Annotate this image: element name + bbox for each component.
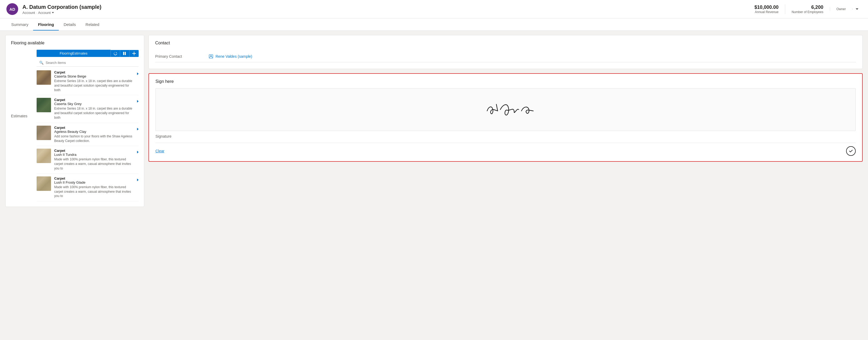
flooring-panel: Flooring available Estimates FlooringEst…: [5, 35, 144, 207]
contact-record-icon: [209, 54, 213, 59]
contact-row: Primary Contact Rene Valdes (sample): [155, 51, 856, 62]
list-item[interactable]: Carpet Caserta Stone Beige Extreme Serie…: [37, 67, 138, 95]
flooring-item-chevron: [137, 70, 138, 75]
column-chooser-button[interactable]: [120, 50, 129, 57]
tab-details[interactable]: Details: [59, 19, 81, 30]
breadcrumb-account1[interactable]: Account: [23, 11, 35, 15]
sign-here-title: Sign here: [155, 79, 856, 84]
owner-metric: Owner: [830, 7, 852, 11]
header-left: AD A. Datum Corporation (sample) Account…: [6, 3, 101, 15]
flooring-type: Carpet: [54, 176, 134, 180]
tab-summary[interactable]: Summary: [6, 19, 33, 30]
entity-title: A. Datum Corporation (sample): [23, 4, 101, 10]
add-icon: [132, 52, 136, 55]
flooring-estimates-button[interactable]: FlooringEstimates: [37, 50, 111, 57]
flooring-thumbnail: [37, 149, 51, 163]
signature-label: Signature: [155, 134, 856, 138]
header-right: $10,000.00 Annual Revenue 6,200 Number o…: [748, 4, 862, 14]
main-content: Flooring available Estimates FlooringEst…: [0, 31, 868, 336]
annual-revenue-metric: $10,000.00 Annual Revenue: [748, 4, 785, 14]
signature-footer: Clear: [155, 143, 856, 156]
flooring-item-chevron: [137, 176, 138, 181]
flooring-desc: Made with 100% premium nylon fiber, this…: [54, 185, 134, 198]
flooring-thumbnail: [37, 98, 51, 112]
refresh-button[interactable]: [111, 50, 120, 57]
flooring-panel-title: Flooring available: [11, 40, 138, 46]
svg-rect-0: [123, 52, 124, 55]
primary-contact-label: Primary Contact: [155, 54, 198, 59]
estimates-label: Estimates: [11, 114, 27, 118]
breadcrumb-account2-dropdown[interactable]: Account: [38, 11, 54, 15]
list-item[interactable]: Carpet Caserta Sky Grey Extreme Series 1…: [37, 95, 138, 123]
contact-panel: Contact Primary Contact Rene Valdes (sam…: [149, 35, 863, 69]
signature-area[interactable]: [155, 88, 856, 131]
flooring-desc: Extreme Series 18 in. x 18 in. carpet ti…: [54, 79, 134, 92]
search-icon: 🔍: [39, 61, 43, 65]
flooring-item-info: Carpet Lush II Frosty Glade Made with 10…: [54, 176, 134, 198]
tab-related[interactable]: Related: [81, 19, 104, 30]
search-bar: 🔍: [37, 59, 138, 66]
breadcrumb: Account · Account: [23, 11, 101, 15]
flooring-type: Carpet: [54, 70, 134, 74]
tab-flooring[interactable]: Flooring: [33, 19, 59, 30]
header: AD A. Datum Corporation (sample) Account…: [0, 0, 868, 19]
primary-contact-value[interactable]: Rene Valdes (sample): [209, 54, 252, 59]
chevron-right-icon: [137, 151, 138, 153]
employees-label: Number of Employees: [792, 10, 824, 14]
flooring-inner: Estimates FlooringEstimates: [11, 50, 138, 201]
chevron-right-icon: [137, 178, 138, 181]
tab-bar: Summary Flooring Details Related: [0, 19, 868, 31]
flooring-thumbnail: [37, 176, 51, 191]
estimates-side: Estimates: [11, 50, 32, 121]
flooring-desc: Extreme Series 18 in. x 18 in. carpet ti…: [54, 106, 134, 120]
flooring-item-chevron: [137, 98, 138, 103]
flooring-type: Carpet: [54, 149, 134, 152]
flooring-item-chevron: [137, 149, 138, 153]
flooring-name: Caserta Stone Beige: [54, 74, 134, 78]
flooring-name: Ageless Beauty Clay: [54, 130, 134, 134]
refresh-icon: [114, 52, 117, 55]
columns-icon: [123, 52, 127, 55]
search-input[interactable]: [46, 61, 136, 65]
avatar: AD: [6, 3, 18, 15]
chevron-right-icon: [137, 128, 138, 131]
flooring-name: Lush II Tundra: [54, 152, 134, 157]
flooring-desc: Made with 100% premium nylon fiber, this…: [54, 157, 134, 171]
breadcrumb-separator: ·: [36, 11, 37, 15]
header-expand-button[interactable]: [852, 8, 862, 10]
owner-label: Owner: [836, 7, 846, 11]
flooring-item-chevron: [137, 125, 138, 131]
expand-chevron-icon: [856, 8, 858, 10]
flooring-type: Carpet: [54, 98, 134, 102]
flooring-item-info: Carpet Ageless Beauty Clay Add some fash…: [54, 125, 134, 143]
entity-info: A. Datum Corporation (sample) Account · …: [23, 4, 101, 15]
flooring-desc: Add some fashion to your floors with the…: [54, 134, 134, 143]
flooring-item-info: Carpet Caserta Sky Grey Extreme Series 1…: [54, 98, 134, 120]
add-record-button[interactable]: [129, 50, 138, 57]
chevron-right-icon: [137, 73, 138, 75]
flooring-thumbnail: [37, 70, 51, 85]
flooring-item-info: Carpet Caserta Stone Beige Extreme Serie…: [54, 70, 134, 92]
contact-name: Rene Valdes (sample): [216, 54, 252, 59]
list-item[interactable]: Carpet Ageless Beauty Clay Add some fash…: [37, 123, 138, 146]
flooring-type: Carpet: [54, 125, 134, 130]
flooring-item-info: Carpet Lush II Tundra Made with 100% pre…: [54, 149, 134, 171]
list-item[interactable]: Carpet Lush II Frosty Glade Made with 10…: [37, 174, 138, 201]
flooring-list: Carpet Caserta Stone Beige Extreme Serie…: [37, 67, 138, 201]
flooring-name: Lush II Frosty Glade: [54, 180, 134, 185]
signature-svg: [156, 88, 856, 131]
confirm-button[interactable]: [846, 146, 856, 156]
list-item[interactable]: Carpet Lush II Tundra Made with 100% pre…: [37, 146, 138, 173]
flooring-name: Caserta Sky Grey: [54, 102, 134, 106]
employees-metric: 6,200 Number of Employees: [785, 4, 830, 14]
svg-point-3: [211, 55, 212, 57]
panels-right: Contact Primary Contact Rene Valdes (sam…: [149, 35, 863, 162]
flooring-thumbnail: [37, 125, 51, 140]
clear-button[interactable]: Clear: [155, 149, 164, 153]
chevron-down-icon: [52, 12, 54, 13]
annual-revenue-value: $10,000.00: [754, 4, 778, 10]
checkmark-icon: [848, 149, 853, 153]
chevron-right-icon: [137, 100, 138, 103]
employees-value: 6,200: [792, 4, 824, 10]
sign-here-panel: Sign here Signature Clear: [149, 73, 863, 162]
